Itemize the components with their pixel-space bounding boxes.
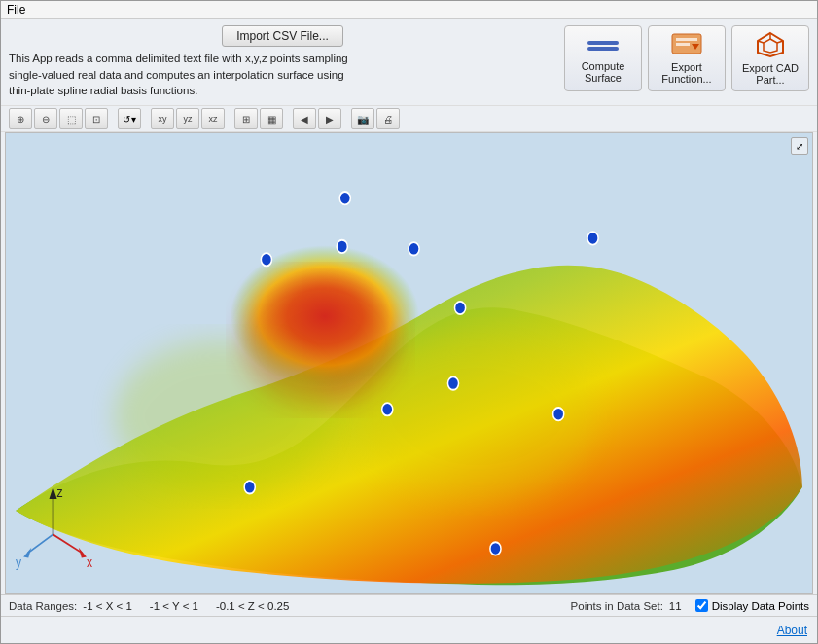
plot-surface: z y x xyxy=(6,133,812,593)
svg-rect-4 xyxy=(676,43,690,46)
xz-label: xz xyxy=(209,114,218,124)
data-point-9 xyxy=(553,408,564,420)
export-function-icon xyxy=(670,32,703,57)
menu-bar: File xyxy=(1,1,817,19)
compute-surface-icon xyxy=(586,33,621,56)
data-point-3 xyxy=(409,242,419,255)
display-data-points-checkbox[interactable] xyxy=(695,599,708,612)
points-label: Points in Data Set: xyxy=(571,600,663,612)
yz-label: yz xyxy=(184,114,193,124)
right-buttons: ComputeSurface ExportFunction... xyxy=(564,25,809,91)
yz-view-button[interactable]: yz xyxy=(176,108,199,129)
import-btn-row: Import CSV File... xyxy=(9,25,556,47)
data-ranges-label: Data Ranges: xyxy=(9,600,77,612)
data-point-8 xyxy=(382,403,393,415)
rotate-dropdown[interactable]: ↺ ▾ xyxy=(118,108,141,129)
rotate-icon: ↺ xyxy=(123,114,130,125)
svg-rect-0 xyxy=(587,41,619,45)
zoom-in-button[interactable]: ⊕ xyxy=(9,108,32,129)
zoom-box-button[interactable]: ⬚ xyxy=(59,108,83,129)
import-csv-button[interactable]: Import CSV File... xyxy=(222,25,343,47)
expand-plot-button[interactable]: ⤢ xyxy=(791,137,808,155)
data-point-7 xyxy=(447,376,458,389)
camera-button[interactable]: 📷 xyxy=(351,108,374,129)
svg-point-15 xyxy=(114,340,330,493)
data-point-10 xyxy=(244,481,255,493)
status-bar: About xyxy=(1,616,817,643)
compute-surface-label: ComputeSurface xyxy=(582,60,625,84)
xy-label: xy xyxy=(159,114,167,124)
about-link[interactable]: About xyxy=(777,624,807,637)
next-button[interactable]: ▶ xyxy=(318,108,341,129)
export-cad-button[interactable]: Export CADPart... xyxy=(731,25,809,91)
zoom-out-icon: ⊖ xyxy=(42,114,50,125)
prev-button[interactable]: ◀ xyxy=(293,108,316,129)
camera-icon: 📷 xyxy=(357,114,369,125)
export-function-button[interactable]: ExportFunction... xyxy=(648,25,726,91)
plot-container[interactable]: z y x ⤢ xyxy=(5,132,813,594)
svg-rect-3 xyxy=(676,38,697,41)
data-point-11 xyxy=(490,542,501,555)
menu-file[interactable]: File xyxy=(7,3,25,17)
next-icon: ▶ xyxy=(326,114,334,125)
dropdown-arrow-icon: ▾ xyxy=(131,114,136,125)
bottom-bar: Data Ranges: -1 < X < 1 -1 < Y < 1 -0.1 … xyxy=(1,594,817,616)
print-button[interactable]: 🖨 xyxy=(376,108,400,129)
expand-icon: ⤢ xyxy=(796,141,803,152)
export-function-label: ExportFunction... xyxy=(661,61,711,85)
xy-view-button[interactable]: xy xyxy=(151,108,174,129)
export-cad-icon xyxy=(754,31,787,58)
points-count: 11 xyxy=(669,600,682,612)
left-top: Import CSV File... This App reads a comm… xyxy=(9,25,556,99)
data-point-5 xyxy=(455,302,466,314)
svg-text:y: y xyxy=(16,555,21,570)
plot-type-icon: ▦ xyxy=(267,114,276,125)
zoom-box-icon: ⬚ xyxy=(67,114,76,125)
toolbar: ⊕ ⊖ ⬚ ⊡ ↺ ▾ xy yz xz ⊞ ▦ xyxy=(1,105,817,132)
svg-text:z: z xyxy=(57,484,63,500)
svg-text:x: x xyxy=(87,555,92,570)
fit-view-icon: ⊡ xyxy=(92,114,100,125)
data-point-4 xyxy=(337,240,347,253)
print-icon: 🖨 xyxy=(383,114,393,125)
x-range-value: -1 < X < 1 xyxy=(83,600,132,612)
y-range-value: -1 < Y < 1 xyxy=(150,600,198,612)
display-data-points-label[interactable]: Display Data Points xyxy=(712,600,809,612)
export-cad-label: Export CADPart... xyxy=(742,62,799,86)
prev-icon: ◀ xyxy=(301,114,308,125)
app-window: File Import CSV File... This App reads a… xyxy=(0,0,818,644)
plot-type-button[interactable]: ▦ xyxy=(260,108,283,129)
fit-view-button[interactable]: ⊡ xyxy=(85,108,108,129)
svg-marker-7 xyxy=(764,39,777,53)
data-point-1 xyxy=(339,192,350,204)
top-area: Import CSV File... This App reads a comm… xyxy=(1,19,817,105)
compute-surface-button[interactable]: ComputeSurface xyxy=(564,25,642,91)
xz-view-button[interactable]: xz xyxy=(201,108,225,129)
data-point-6 xyxy=(587,232,598,244)
zoom-in-icon: ⊕ xyxy=(17,114,24,125)
grid-button[interactable]: ⊞ xyxy=(234,108,258,129)
z-range-value: -0.1 < Z < 0.25 xyxy=(216,600,289,612)
zoom-out-button[interactable]: ⊖ xyxy=(34,108,57,129)
description-text: This App reads a comma delimited text fi… xyxy=(9,51,359,99)
svg-rect-1 xyxy=(587,47,619,51)
data-point-2 xyxy=(261,253,271,266)
grid-icon: ⊞ xyxy=(242,114,250,125)
